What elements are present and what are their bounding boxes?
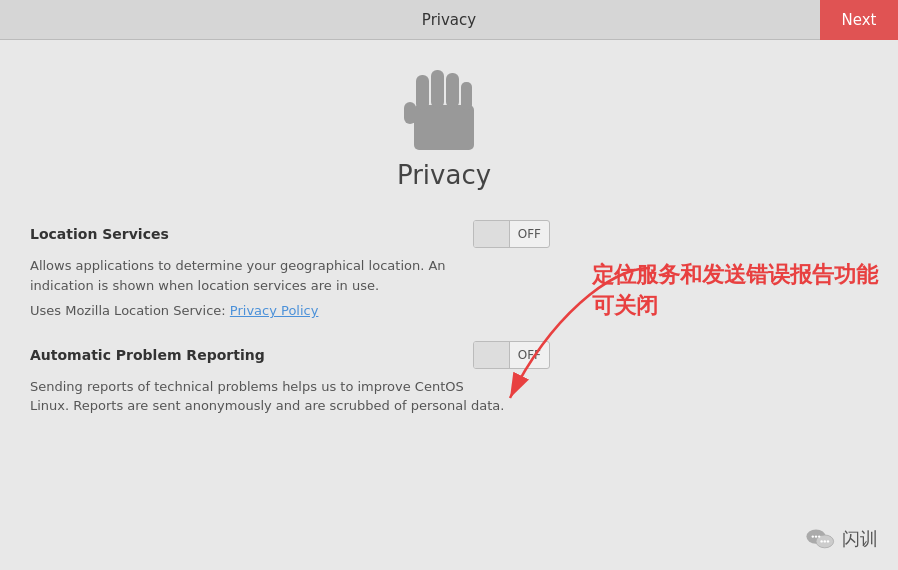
main-content: Privacy Location Services OFF Allows app… bbox=[0, 40, 898, 456]
settings-area: Location Services OFF Allows application… bbox=[30, 220, 550, 436]
svg-rect-5 bbox=[404, 102, 416, 124]
svg-rect-2 bbox=[431, 70, 444, 108]
svg-rect-4 bbox=[461, 82, 472, 110]
svg-point-14 bbox=[827, 540, 829, 542]
icon-area: Privacy bbox=[30, 70, 858, 190]
svg-point-9 bbox=[812, 535, 814, 537]
auto-problem-reporting-label: Automatic Problem Reporting bbox=[30, 347, 265, 363]
location-services-toggle[interactable]: OFF bbox=[473, 220, 550, 248]
auto-problem-reporting-section: Automatic Problem Reporting OFF Sending … bbox=[30, 341, 550, 416]
auto-problem-reporting-description: Sending reports of technical problems he… bbox=[30, 377, 550, 416]
header: Privacy Next bbox=[0, 0, 898, 40]
location-services-description: Allows applications to determine your ge… bbox=[30, 256, 550, 295]
svg-rect-0 bbox=[414, 105, 474, 150]
next-button[interactable]: Next bbox=[820, 0, 898, 40]
svg-point-13 bbox=[824, 540, 826, 542]
watermark-label: 闪训 bbox=[842, 527, 878, 551]
watermark: 闪训 bbox=[804, 523, 878, 555]
privacy-hand-icon bbox=[404, 70, 484, 150]
svg-rect-3 bbox=[446, 73, 459, 108]
annotation-text: 定位服务和发送错误报告功能 可关闭 bbox=[592, 260, 878, 322]
wechat-icon bbox=[804, 523, 836, 555]
location-services-label: Location Services bbox=[30, 226, 169, 242]
toggle-off-label: OFF bbox=[510, 223, 549, 245]
toggle-track bbox=[474, 221, 510, 247]
privacy-policy-link[interactable]: Privacy Policy bbox=[230, 303, 319, 318]
location-services-section: Location Services OFF Allows application… bbox=[30, 220, 550, 321]
auto-problem-reporting-header: Automatic Problem Reporting OFF bbox=[30, 341, 550, 369]
svg-point-11 bbox=[818, 535, 820, 537]
page-title: Privacy bbox=[397, 160, 491, 190]
svg-rect-1 bbox=[416, 75, 429, 110]
annotation-text-area: 定位服务和发送错误报告功能 可关闭 bbox=[592, 260, 878, 322]
location-services-extra: Uses Mozilla Location Service: Privacy P… bbox=[30, 301, 550, 321]
header-title: Privacy bbox=[422, 11, 476, 29]
location-services-header: Location Services OFF bbox=[30, 220, 550, 248]
svg-point-12 bbox=[820, 540, 822, 542]
svg-point-10 bbox=[815, 535, 817, 537]
